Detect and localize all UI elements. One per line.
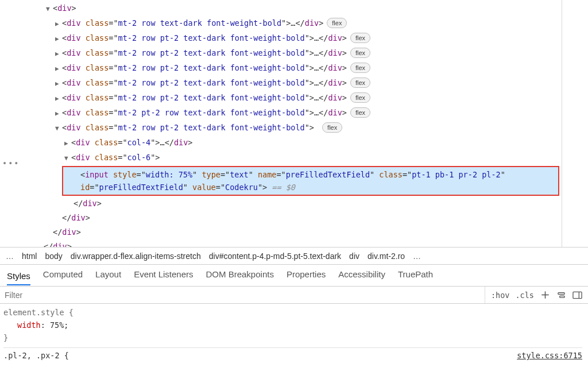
- toggle-classes-button[interactable]: .cls: [515, 291, 534, 300]
- dom-node-expanded[interactable]: ▼<div class="mt-2 row pt-2 text-dark fon…: [0, 121, 588, 136]
- flex-badge[interactable]: flex: [350, 78, 370, 88]
- breadcrumb-item[interactable]: div.wrapper.d-flex.align-items-stretch: [71, 252, 201, 261]
- stylesheet-source-link[interactable]: style.css:6715: [517, 349, 582, 362]
- dom-node[interactable]: ▶<div class="mt-2 pt-2 row text-dark fon…: [0, 106, 588, 121]
- dom-node[interactable]: ▶<div class="mt-2 row pt-2 text-dark fon…: [0, 91, 588, 106]
- styles-tab-bar: Styles Computed Layout Event Listeners D…: [0, 264, 588, 287]
- elements-dom-tree[interactable]: ••• ▼<div> ▶<div class="mt-2 row text-da…: [0, 0, 588, 247]
- toggle-sidebar-icon[interactable]: [572, 290, 582, 300]
- dom-node[interactable]: ▶<div class="mt-2 row text-dark font-wei…: [0, 16, 588, 31]
- tab-event-listeners[interactable]: Event Listeners: [134, 269, 193, 283]
- dom-node[interactable]: ▶<div class="col-4">…</div>: [0, 136, 588, 150]
- console-reference: == $0: [267, 183, 295, 192]
- breadcrumb-item[interactable]: div: [349, 252, 359, 261]
- tab-layout[interactable]: Layout: [95, 269, 121, 283]
- tab-computed[interactable]: Computed: [43, 269, 83, 283]
- dom-node[interactable]: ▶<div class="mt-2 row pt-2 text-dark fon…: [0, 61, 588, 76]
- expand-toggle-icon[interactable]: ▶: [55, 32, 62, 46]
- flex-badge[interactable]: flex: [350, 63, 370, 73]
- styles-pane[interactable]: element.style { width: 75%; } .pl-2, .px…: [0, 304, 588, 362]
- expand-toggle-icon[interactable]: ▼: [55, 121, 62, 136]
- dom-close[interactable]: </div>: [0, 225, 588, 239]
- expand-toggle-icon[interactable]: ▶: [55, 91, 62, 106]
- dom-close[interactable]: </div>: [0, 196, 588, 211]
- breadcrumb-item[interactable]: div#content.p-4.p-md-5.pt-5.text-dark: [209, 252, 341, 261]
- flex-badge[interactable]: flex: [350, 48, 370, 58]
- svg-rect-2: [572, 292, 581, 298]
- style-rule-selector[interactable]: element.style {: [3, 306, 582, 319]
- flex-badge[interactable]: flex: [322, 122, 342, 133]
- flex-badge[interactable]: flex: [327, 18, 347, 28]
- expand-toggle-icon[interactable]: ▶: [55, 61, 62, 76]
- dom-close[interactable]: </div>: [0, 239, 588, 247]
- expand-toggle-icon[interactable]: ▼: [64, 151, 71, 165]
- svg-rect-1: [559, 296, 564, 297]
- flex-badge[interactable]: flex: [350, 33, 370, 43]
- expand-toggle-icon[interactable]: ▶: [55, 47, 62, 61]
- breadcrumb-overflow[interactable]: …: [413, 252, 421, 261]
- tab-styles[interactable]: Styles: [7, 271, 30, 285]
- new-style-rule-icon[interactable]: [540, 290, 550, 300]
- svg-rect-0: [558, 293, 564, 295]
- css-property-name[interactable]: width: [17, 320, 41, 330]
- expand-toggle-icon[interactable]: ▶: [55, 76, 62, 91]
- breadcrumb[interactable]: … html body div.wrapper.d-flex.align-ite…: [0, 247, 588, 264]
- dom-node[interactable]: ▶<div class="mt-2 row pt-2 text-dark fon…: [0, 31, 588, 46]
- expand-toggle-icon[interactable]: ▶: [64, 136, 71, 150]
- line-actions-icon[interactable]: •••: [2, 156, 20, 171]
- breadcrumb-item[interactable]: body: [45, 252, 62, 261]
- style-rule-selector[interactable]: .pl-2, .px-2 {: [3, 349, 69, 362]
- styles-filter-row: :hov .cls: [0, 287, 588, 304]
- tab-truepath[interactable]: TruePath: [398, 269, 433, 283]
- dom-node-expanded[interactable]: ▼<div class="col-6">: [0, 150, 588, 165]
- breadcrumb-item[interactable]: div.mt-2.ro: [368, 252, 405, 261]
- tab-dom-breakpoints[interactable]: DOM Breakpoints: [206, 269, 274, 283]
- style-rule-brace: }: [3, 331, 582, 344]
- flex-badge[interactable]: flex: [350, 92, 370, 103]
- breadcrumb-item[interactable]: html: [22, 252, 37, 261]
- dom-close[interactable]: </div>: [0, 211, 588, 225]
- breadcrumb-overflow[interactable]: …: [6, 252, 14, 261]
- toggle-element-state-button[interactable]: :hov: [491, 291, 510, 300]
- tab-accessibility[interactable]: Accessibility: [338, 269, 385, 283]
- computed-styles-sidebar-icon[interactable]: [556, 290, 566, 300]
- scrollbar-gutter: [562, 0, 588, 247]
- dom-node[interactable]: ▶<div class="mt-2 row pt-2 text-dark fon…: [0, 76, 588, 91]
- expand-toggle-icon[interactable]: ▶: [55, 17, 62, 31]
- flex-badge[interactable]: flex: [350, 107, 370, 118]
- dom-node[interactable]: ▼<div>: [0, 1, 588, 16]
- selected-dom-node[interactable]: <input style="width: 75%" type="text" na…: [62, 166, 559, 196]
- expand-toggle-icon[interactable]: ▼: [46, 2, 53, 16]
- dom-node[interactable]: ▶<div class="mt-2 row pt-2 text-dark fon…: [0, 46, 588, 61]
- css-property-value[interactable]: 75%: [50, 320, 64, 330]
- tab-properties[interactable]: Properties: [287, 269, 326, 283]
- expand-toggle-icon[interactable]: ▶: [55, 106, 62, 121]
- styles-filter-input[interactable]: [0, 288, 485, 302]
